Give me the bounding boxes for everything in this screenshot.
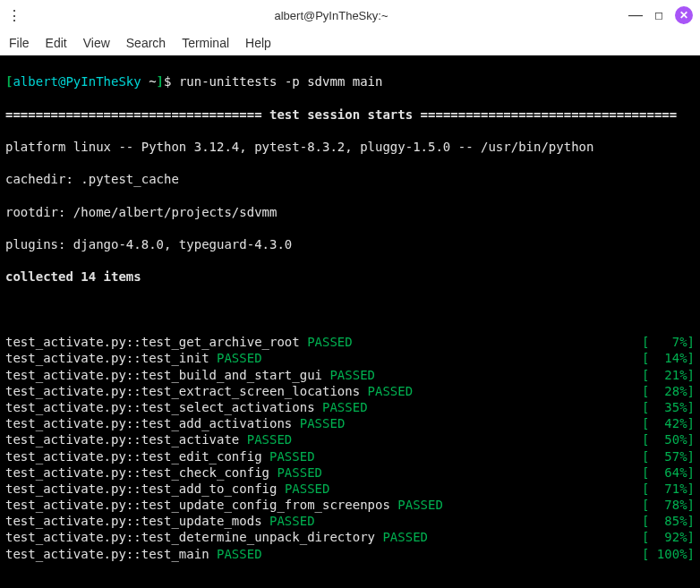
plugins-line: plugins: django-4.8.0, typeguard-4.3.0 — [5, 236, 695, 252]
test-percent: [ 42%] — [642, 415, 695, 431]
test-status: PASSED — [307, 334, 353, 350]
test-result-row: test_activate.py::test_extract_screen_lo… — [5, 383, 695, 399]
test-percent: [ 7%] — [642, 334, 695, 350]
test-status: PASSED — [329, 367, 375, 383]
test-name: test_activate.py::test_update_config_fro… — [5, 497, 397, 513]
test-name: test_activate.py::test_add_activations — [5, 415, 300, 431]
test-name: test_activate.py::test_get_archive_root — [5, 334, 307, 350]
close-icon[interactable]: ✕ — [675, 6, 693, 24]
test-name: test_activate.py::test_extract_screen_lo… — [5, 383, 368, 399]
terminal-output[interactable]: [albert@PyInTheSky ~]$ run-unittests -p … — [0, 55, 700, 588]
test-status: PASSED — [217, 546, 262, 562]
test-result-row: test_activate.py::test_check_config PASS… — [5, 464, 695, 481]
test-result-row: test_activate.py::test_update_config_fro… — [5, 497, 695, 513]
menu-help[interactable]: Help — [245, 36, 271, 50]
test-name: test_activate.py::test_update_mods — [5, 513, 269, 529]
command-text: run-unittests -p sdvmm main — [179, 74, 383, 89]
test-result-row: test_activate.py::test_edit_config PASSE… — [5, 448, 695, 464]
test-name: test_activate.py::test_activate — [5, 431, 247, 447]
test-status: PASSED — [269, 513, 315, 529]
test-percent: [ 71%] — [642, 481, 695, 497]
test-result-row: test_activate.py::test_init PASSED[ 14%] — [5, 350, 695, 366]
test-result-row: test_activate.py::test_build_and_start_g… — [5, 367, 695, 383]
test-result-row: test_activate.py::test_add_activations P… — [5, 415, 695, 431]
rootdir-line: rootdir: /home/albert/projects/sdvmm — [5, 204, 695, 220]
test-result-row: test_activate.py::test_main PASSED[ 100%… — [5, 546, 695, 562]
menu-view[interactable]: View — [83, 36, 110, 50]
test-result-row: test_activate.py::test_add_to_config PAS… — [5, 481, 695, 497]
test-percent: [ 78%] — [642, 497, 695, 513]
test-name: test_activate.py::test_main — [5, 546, 217, 562]
menu-search[interactable]: Search — [126, 36, 166, 50]
test-percent: [ 57%] — [642, 448, 695, 464]
test-percent: [ 64%] — [642, 464, 695, 481]
window-titlebar: ⋮ albert@PyInTheSky:~ ― ◻ ✕ — [0, 0, 700, 30]
menu-file[interactable]: File — [9, 36, 30, 50]
test-status: PASSED — [368, 383, 414, 399]
test-name: test_activate.py::test_check_config — [5, 464, 277, 481]
test-status: PASSED — [277, 464, 322, 481]
test-result-row: test_activate.py::test_update_mods PASSE… — [5, 513, 695, 529]
test-percent: [ 21%] — [642, 367, 695, 383]
cachedir-line: cachedir: .pytest_cache — [5, 171, 695, 187]
test-status: PASSED — [269, 448, 315, 464]
test-percent: [ 100%] — [642, 546, 695, 562]
test-name: test_activate.py::test_select_activation… — [5, 399, 322, 415]
prompt-bracket: ] — [157, 74, 164, 89]
test-status: PASSED — [322, 399, 368, 415]
platform-line: platform linux -- Python 3.12.4, pytest-… — [5, 139, 695, 155]
test-percent: [ 35%] — [642, 399, 695, 415]
prompt-path: ~ — [141, 74, 157, 89]
test-name: test_activate.py::test_build_and_start_g… — [5, 367, 329, 383]
test-status: PASSED — [382, 529, 428, 545]
test-name: test_activate.py::test_edit_config — [5, 448, 269, 464]
minimize-icon[interactable]: ― — [628, 8, 643, 22]
prompt-dollar: $ — [164, 74, 179, 89]
test-name: test_activate.py::test_add_to_config — [5, 481, 285, 497]
test-percent: [ 85%] — [642, 513, 695, 529]
test-result-row: test_activate.py::test_get_archive_root … — [5, 334, 695, 350]
window-title: albert@PyInTheSky:~ — [34, 9, 628, 22]
app-menu-icon[interactable]: ⋮ — [7, 8, 21, 22]
session-header-text: test session starts — [262, 107, 421, 122]
test-status: PASSED — [300, 415, 346, 431]
session-header-right: ================================== — [421, 107, 678, 122]
test-status: PASSED — [247, 431, 293, 447]
test-result-row: test_activate.py::test_activate PASSED[ … — [5, 431, 695, 447]
test-result-row: test_activate.py::test_determine_unpack_… — [5, 529, 695, 545]
test-percent: [ 28%] — [642, 383, 695, 399]
prompt-userhost: albert@PyInTheSky — [13, 74, 141, 89]
session-header-left: ================================== — [5, 107, 262, 122]
maximize-icon[interactable]: ◻ — [652, 8, 666, 22]
menu-edit[interactable]: Edit — [46, 36, 67, 50]
test-status: PASSED — [285, 481, 330, 497]
collected-line: collected 14 items — [5, 268, 695, 285]
test-percent: [ 14%] — [642, 350, 695, 366]
test-name: test_activate.py::test_init — [5, 350, 217, 366]
test-status: PASSED — [217, 350, 262, 366]
test-percent: [ 50%] — [642, 431, 695, 447]
test-status: PASSED — [397, 497, 443, 513]
menubar: File Edit View Search Terminal Help — [0, 30, 700, 55]
test-result-row: test_activate.py::test_select_activation… — [5, 399, 695, 415]
menu-terminal[interactable]: Terminal — [182, 36, 229, 50]
test-name: test_activate.py::test_determine_unpack_… — [5, 529, 382, 545]
test-percent: [ 92%] — [642, 529, 695, 545]
